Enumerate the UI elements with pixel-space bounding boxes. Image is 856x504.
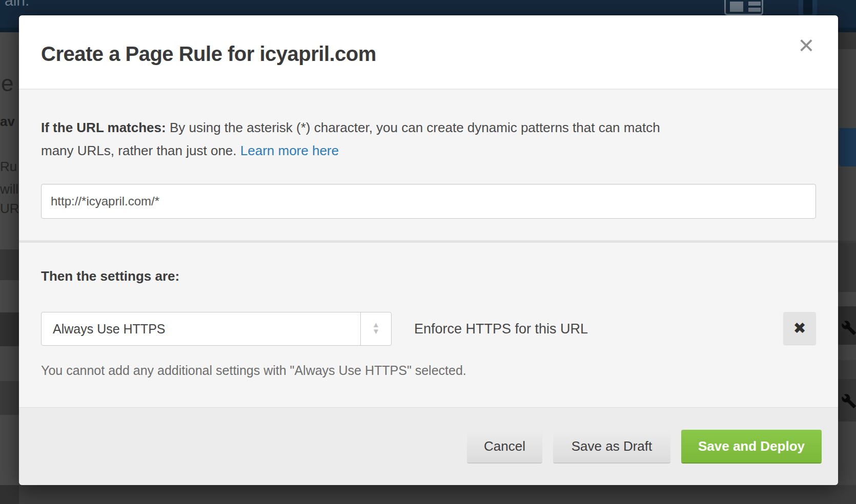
remove-setting-button[interactable]: ✖ xyxy=(783,312,816,345)
learn-more-link[interactable]: Learn more here xyxy=(240,143,339,158)
background-band xyxy=(838,345,856,360)
background-text-fragment: will xyxy=(0,181,18,197)
url-pattern-input[interactable] xyxy=(41,184,816,219)
url-match-text-line2: many URLs, rather than just one. xyxy=(41,143,237,158)
background-text-fragment: Ru xyxy=(0,159,17,175)
close-icon[interactable]: × xyxy=(792,31,821,59)
background-band xyxy=(838,243,856,292)
background-text-fragment: av xyxy=(0,114,15,130)
layout-grid-icon xyxy=(724,0,763,15)
background-band xyxy=(838,360,856,379)
modal-footer: Cancel Save as Draft Save and Deploy xyxy=(19,407,838,485)
modal-header: Create a Page Rule for icyapril.com × xyxy=(19,15,838,90)
background-row xyxy=(0,346,19,381)
select-stepper-icon[interactable]: ▲ ▼ xyxy=(360,312,391,345)
panel-icon xyxy=(799,0,817,16)
background-blue-button-fragment xyxy=(839,128,856,166)
url-match-text-line1: By using the asterisk (*) character, you… xyxy=(170,120,660,135)
screen: ain. e av Ru will UR Create a Page Rule … xyxy=(0,0,856,504)
cancel-button[interactable]: Cancel xyxy=(467,430,542,463)
save-and-deploy-button[interactable]: Save and Deploy xyxy=(681,430,822,463)
background-band xyxy=(838,422,856,485)
background-row xyxy=(0,381,19,415)
background-table-header xyxy=(0,249,19,280)
settings-label: Then the settings are: xyxy=(41,268,179,284)
url-match-description: If the URL matches: By using the asteris… xyxy=(41,116,789,162)
background-band xyxy=(838,292,856,306)
wrench-icon xyxy=(841,320,856,335)
stepper-down-icon: ▼ xyxy=(361,328,391,334)
background-band xyxy=(838,32,856,49)
setting-description: Enforce HTTPS for this URL xyxy=(414,312,588,346)
setting-select[interactable]: Always Use HTTPS ▲ ▼ xyxy=(41,312,392,346)
save-as-draft-button[interactable]: Save as Draft xyxy=(553,430,670,463)
background-text-fragment: e xyxy=(1,71,13,96)
background-text-fragment: UR xyxy=(0,201,19,217)
navbar-text-fragment: ain. xyxy=(5,0,29,9)
setting-note: You cannot add any additional settings w… xyxy=(41,363,466,378)
section-divider xyxy=(19,240,838,243)
background-bottom-strip xyxy=(0,485,856,504)
background-row xyxy=(0,312,19,346)
remove-icon: ✖ xyxy=(793,320,806,337)
wrench-icon xyxy=(841,393,856,409)
url-match-label: If the URL matches: xyxy=(41,120,166,135)
background-bottom-strip xyxy=(0,485,19,504)
modal-title: Create a Page Rule for icyapril.com xyxy=(41,41,376,66)
setting-select-value: Always Use HTTPS xyxy=(53,312,165,345)
create-page-rule-modal: Create a Page Rule for icyapril.com × If… xyxy=(19,15,838,485)
